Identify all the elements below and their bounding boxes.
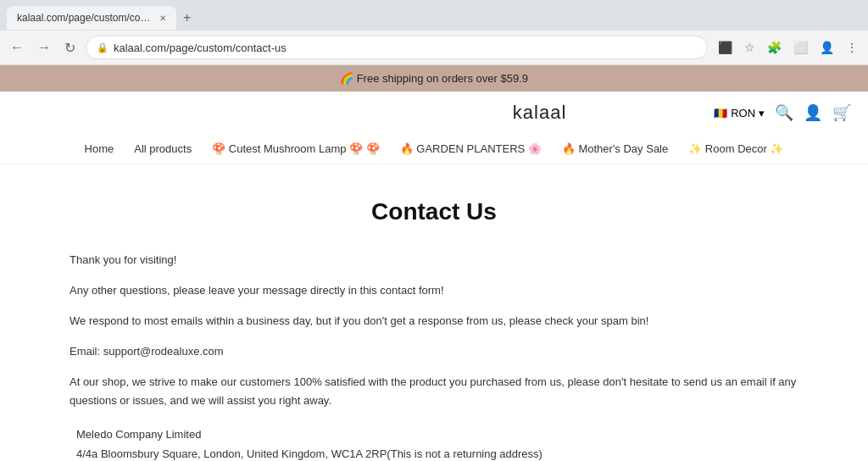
announcement-text: Free shipping on orders over $59.9: [357, 72, 528, 85]
browser-chrome: kalaal.com/page/custom/contac... ✕ + ← →…: [0, 0, 868, 65]
header-icons: 🔍 👤 🛒: [775, 103, 851, 122]
content-body: Thank you for visiting! Any other questi…: [70, 251, 798, 461]
search-icon[interactable]: 🔍: [775, 103, 793, 122]
url-text: kalaal.com/page/custom/contact-us: [114, 42, 697, 54]
nav-item-mushroom-lamp[interactable]: 🍄 Cutest Mushroom Lamp 🍄 🍄: [212, 142, 380, 155]
currency-flag: 🇷🇴: [714, 107, 727, 119]
refresh-button[interactable]: ↻: [61, 36, 79, 59]
back-button[interactable]: ←: [7, 36, 27, 58]
nav-item-garden-planters[interactable]: 🔥 GARDEN PLANTERS 🌸: [400, 142, 542, 155]
account-button[interactable]: 👤: [816, 37, 837, 58]
chevron-down-icon: ▾: [759, 107, 765, 119]
nav-item-home[interactable]: Home: [85, 142, 114, 155]
paragraph-thank-you: Thank you for visiting!: [70, 251, 798, 269]
nav-item-room-decor[interactable]: ✨ Room Decor ✨: [688, 142, 783, 155]
page-title: Contact Us: [70, 198, 798, 225]
currency-label: RON: [731, 107, 755, 119]
new-tab-button[interactable]: +: [176, 10, 198, 25]
company-name: Meledo Company Limited: [76, 425, 798, 444]
menu-button[interactable]: ⋮: [843, 37, 861, 58]
address-bar[interactable]: 🔒 kalaal.com/page/custom/contact-us: [86, 36, 708, 59]
company-address: 4/4a Bloomsbury Square, London, United K…: [76, 444, 798, 461]
tab-title: kalaal.com/page/custom/contac...: [17, 12, 153, 24]
browser-toolbar: ← → ↻ 🔒 kalaal.com/page/custom/contact-u…: [0, 31, 868, 64]
toolbar-actions: ⬛ ☆ 🧩 ⬜ 👤 ⋮: [715, 37, 861, 58]
cart-icon[interactable]: 🛒: [832, 103, 851, 122]
main-content: Contact Us Thank you for visiting! Any o…: [53, 164, 815, 461]
paragraph-satisfaction: At our shop, we strive to make our custo…: [70, 373, 798, 410]
currency-selector[interactable]: 🇷🇴 RON ▾: [714, 107, 765, 119]
active-tab[interactable]: kalaal.com/page/custom/contac... ✕: [7, 6, 176, 30]
nav-item-all-products[interactable]: All products: [134, 142, 192, 155]
cast-button[interactable]: ⬛: [715, 37, 736, 58]
bookmark-button[interactable]: ☆: [741, 37, 759, 58]
nav-item-mothers-day[interactable]: 🔥 Mother's Day Sale: [562, 142, 668, 155]
announcement-bar: 🌈 Free shipping on orders over $59.9: [0, 65, 868, 92]
extensions-button[interactable]: 🧩: [764, 37, 785, 58]
profile-button[interactable]: ⬜: [790, 37, 811, 58]
forward-button[interactable]: →: [34, 36, 54, 58]
announcement-icon: 🌈: [340, 72, 353, 85]
paragraph-response: We respond to most emails within a busin…: [70, 312, 798, 330]
header-right: 🇷🇴 RON ▾ 🔍 👤 🛒: [714, 103, 851, 122]
account-icon[interactable]: 👤: [804, 103, 822, 122]
address-block: Meledo Company Limited 4/4a Bloomsbury S…: [70, 425, 798, 461]
lock-icon: 🔒: [97, 42, 108, 53]
header-top: kalaal 🇷🇴 RON ▾ 🔍 👤 🛒: [17, 92, 851, 134]
paragraph-email: Email: support@rodealuxe.com: [70, 342, 798, 361]
paragraph-questions: Any other questions, please leave your m…: [70, 281, 798, 300]
site-nav: Home All products 🍄 Cutest Mushroom Lamp…: [17, 134, 851, 164]
tab-close-button[interactable]: ✕: [159, 14, 166, 23]
site-logo[interactable]: kalaal: [365, 102, 714, 124]
site-header: kalaal 🇷🇴 RON ▾ 🔍 👤 🛒 Home All products …: [0, 92, 868, 164]
tab-bar: kalaal.com/page/custom/contac... ✕ +: [0, 0, 868, 31]
